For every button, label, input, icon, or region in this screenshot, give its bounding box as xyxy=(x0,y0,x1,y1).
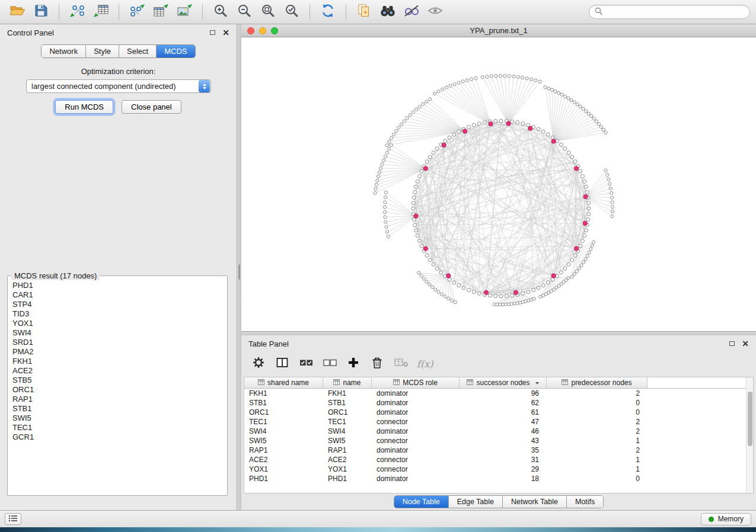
tab-motifs[interactable]: Motifs xyxy=(567,496,603,508)
mcds-result-item[interactable]: ORC1 xyxy=(9,385,226,395)
cell-successor-nodes[interactable]: 46 xyxy=(460,427,547,436)
search-box[interactable] xyxy=(589,5,750,19)
mcds-result-item[interactable]: STB1 xyxy=(9,404,226,414)
column-header-successor-nodes[interactable]: successor nodes xyxy=(460,377,547,389)
mcds-result-item[interactable]: STB5 xyxy=(9,376,226,385)
mcds-result-item[interactable]: RAP1 xyxy=(9,395,226,404)
import-network-button[interactable] xyxy=(66,2,88,21)
table-scrollbar[interactable] xyxy=(746,377,753,493)
status-menu-button[interactable] xyxy=(5,513,21,525)
cell-name[interactable]: SWI4 xyxy=(323,427,372,436)
cell-predecessor-nodes[interactable]: 0 xyxy=(547,398,647,408)
cell-successor-nodes[interactable]: 18 xyxy=(460,474,547,483)
close-table-panel-icon[interactable]: ✕ xyxy=(742,339,749,348)
cell-shared-name[interactable]: ORC1 xyxy=(244,408,323,417)
delete-column-button[interactable] xyxy=(369,355,385,373)
cell-mcds-role[interactable]: connector xyxy=(372,464,460,474)
hide-details-button[interactable] xyxy=(400,2,423,21)
cell-successor-nodes[interactable]: 61 xyxy=(460,408,547,417)
tab-select[interactable]: Select xyxy=(119,45,157,57)
mcds-result-item[interactable]: TEC1 xyxy=(9,423,226,432)
import-table-button[interactable] xyxy=(90,2,112,21)
cell-shared-name[interactable]: SWI4 xyxy=(244,427,323,436)
mcds-result-list[interactable]: PHD1CAR1STP4TID3YOX1SWI4SRD1PMA2FKH1ACE2… xyxy=(9,281,226,494)
column-header-name[interactable]: name xyxy=(323,377,372,389)
cell-shared-name[interactable]: TEC1 xyxy=(244,417,323,427)
table-settings-button[interactable] xyxy=(251,355,266,373)
cell-shared-name[interactable]: PHD1 xyxy=(244,474,323,483)
clone-network-button[interactable] xyxy=(353,2,375,21)
network-window-titlebar[interactable]: YPA_prune.txt_1 xyxy=(241,24,756,37)
mcds-result-item[interactable]: PHD1 xyxy=(9,281,226,290)
cell-predecessor-nodes[interactable]: 2 xyxy=(547,417,647,427)
cell-successor-nodes[interactable]: 29 xyxy=(460,464,547,474)
cell-mcds-role[interactable]: dominator xyxy=(372,398,460,408)
show-columns-button[interactable] xyxy=(275,355,290,373)
cell-name[interactable]: SWI5 xyxy=(323,436,372,446)
table-row[interactable]: RAP1RAP1dominator352 xyxy=(244,446,753,455)
column-header-MCDS-role[interactable]: MCDS role xyxy=(372,377,460,389)
export-network-button[interactable] xyxy=(126,2,148,21)
cell-shared-name[interactable]: SWI5 xyxy=(244,436,323,446)
table-row[interactable]: PHD1PHD1dominator180 xyxy=(244,474,753,483)
cell-predecessor-nodes[interactable]: 0 xyxy=(547,408,647,417)
mcds-result-item[interactable]: CAR1 xyxy=(9,290,226,300)
mcds-result-item[interactable]: ACE2 xyxy=(9,366,226,376)
table-row[interactable]: YOX1YOX1connector291 xyxy=(244,464,753,474)
zoom-fit-button[interactable] xyxy=(257,2,279,21)
cell-predecessor-nodes[interactable]: 1 xyxy=(547,464,647,474)
cell-name[interactable]: ACE2 xyxy=(323,455,372,464)
cell-predecessor-nodes[interactable]: 1 xyxy=(547,455,647,464)
cell-name[interactable]: FKH1 xyxy=(323,389,372,398)
mcds-result-item[interactable]: SRD1 xyxy=(9,338,226,347)
mcds-result-item[interactable]: GCR1 xyxy=(9,432,226,442)
cell-name[interactable]: ORC1 xyxy=(323,408,372,417)
tab-network-table[interactable]: Network Table xyxy=(503,496,567,508)
apply-layout-button[interactable] xyxy=(317,2,339,21)
minimize-window-button[interactable] xyxy=(259,27,266,34)
tab-style[interactable]: Style xyxy=(86,45,119,57)
table-row[interactable]: FKH1FKH1dominator962 xyxy=(244,389,753,398)
mcds-result-item[interactable]: FKH1 xyxy=(9,357,226,366)
cell-predecessor-nodes[interactable]: 2 xyxy=(547,389,647,398)
close-panel-icon[interactable]: ✕ xyxy=(222,28,229,37)
cell-successor-nodes[interactable]: 96 xyxy=(460,389,547,398)
cell-mcds-role[interactable]: connector xyxy=(372,417,460,427)
table-row[interactable]: TEC1TEC1connector472 xyxy=(244,417,753,427)
export-table-button[interactable] xyxy=(149,2,172,21)
show-details-button[interactable] xyxy=(424,2,446,21)
close-window-button[interactable] xyxy=(247,27,254,34)
cell-name[interactable]: STB1 xyxy=(323,398,372,408)
cell-mcds-role[interactable]: dominator xyxy=(372,446,460,455)
cell-successor-nodes[interactable]: 43 xyxy=(460,436,547,446)
cell-mcds-role[interactable]: dominator xyxy=(372,427,460,436)
table-row[interactable]: SWI5SWI5connector431 xyxy=(244,436,753,446)
cell-shared-name[interactable]: RAP1 xyxy=(244,446,323,455)
cell-shared-name[interactable]: ACE2 xyxy=(244,455,323,464)
zoom-in-button[interactable] xyxy=(209,2,232,21)
first-neighbors-button[interactable] xyxy=(377,2,399,21)
cell-successor-nodes[interactable]: 31 xyxy=(460,455,547,464)
scrollbar-thumb[interactable] xyxy=(748,392,752,446)
mcds-result-item[interactable]: SWI5 xyxy=(9,414,226,423)
close-panel-button[interactable]: Close panel xyxy=(122,100,181,114)
table-row[interactable]: ACE2ACE2connector311 xyxy=(244,455,753,464)
network-canvas[interactable] xyxy=(241,37,756,332)
cell-shared-name[interactable]: STB1 xyxy=(244,398,323,408)
cell-mcds-role[interactable]: connector xyxy=(372,455,460,464)
float-table-panel-icon[interactable] xyxy=(729,341,735,346)
cell-successor-nodes[interactable]: 47 xyxy=(460,417,547,427)
tab-edge-table[interactable]: Edge Table xyxy=(449,496,503,508)
cell-predecessor-nodes[interactable]: 2 xyxy=(547,446,647,455)
maximize-window-button[interactable] xyxy=(271,27,278,34)
unselect-all-rows-button[interactable] xyxy=(322,355,337,373)
cell-mcds-role[interactable]: connector xyxy=(372,436,460,446)
cell-name[interactable]: TEC1 xyxy=(323,417,372,427)
cell-predecessor-nodes[interactable]: 1 xyxy=(547,436,647,446)
mcds-result-item[interactable]: STP4 xyxy=(9,300,226,309)
mcds-result-item[interactable]: PMA2 xyxy=(9,347,226,357)
criterion-dropdown[interactable]: largest connected component (undirected) xyxy=(26,79,211,93)
tab-mcds[interactable]: MCDS xyxy=(157,45,194,57)
cell-mcds-role[interactable]: dominator xyxy=(372,474,460,483)
tab-network[interactable]: Network xyxy=(42,45,86,57)
